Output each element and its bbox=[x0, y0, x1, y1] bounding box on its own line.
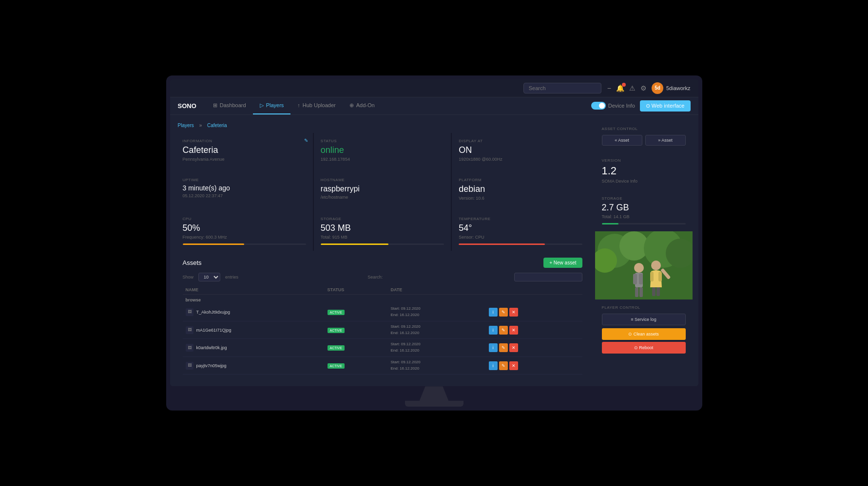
platform-value: debian bbox=[459, 184, 582, 195]
search-input[interactable] bbox=[523, 83, 601, 93]
cpu-value: 50% bbox=[183, 223, 306, 234]
preview-image bbox=[595, 231, 693, 299]
sidebar-item-dashboard[interactable]: ⊞ Dashboard bbox=[206, 97, 253, 114]
table-row: 🖼 payjtv7n05wjpg ACTIVE Start: 09.1 bbox=[183, 356, 582, 374]
assets-controls: Show 10 25 50 entries Search: bbox=[183, 273, 582, 281]
asset-info-button[interactable]: i bbox=[489, 343, 498, 352]
asset-info-button[interactable]: i bbox=[489, 361, 498, 370]
username-label: 5diaworkz bbox=[666, 85, 691, 91]
asset-name-cell: 🖼 T_AkohJt9dxujpg bbox=[183, 303, 325, 321]
asset-file-icon: 🖼 bbox=[186, 344, 193, 352]
asset-start-date: Start: 09.12.2020 bbox=[390, 359, 482, 366]
asset-delete-button[interactable]: ✕ bbox=[509, 326, 518, 335]
cpu-frequency: Frequency: 600.3 MHz bbox=[183, 235, 306, 240]
sidebar-item-players[interactable]: ▷ Players bbox=[253, 97, 291, 114]
search-label: Search: bbox=[367, 275, 383, 280]
sidebar-item-hub-uploader[interactable]: ↑ Hub Uploader bbox=[290, 97, 342, 114]
svg-rect-11 bbox=[639, 287, 643, 297]
prev-asset-button[interactable]: « Asset bbox=[602, 135, 642, 146]
asset-delete-button[interactable]: ✕ bbox=[509, 343, 518, 352]
table-row: 🖼 k0artdwltr0k.jpg ACTIVE Start: 09 bbox=[183, 339, 582, 357]
asset-edit-button[interactable]: ✎ bbox=[499, 343, 508, 352]
minimize-icon[interactable]: − bbox=[607, 84, 611, 92]
uptime-timestamp: 05.12.2020 22:37:47 bbox=[183, 193, 306, 198]
asset-filename: T_AkohJt9dxujpg bbox=[196, 310, 231, 315]
clean-assets-button[interactable]: ⊙ Clean assets bbox=[602, 328, 686, 340]
cards-grid-row2: UPTIME 3 minute(s) ago 05.12.2020 22:37:… bbox=[176, 172, 589, 211]
platform-version: Version: 10.6 bbox=[459, 196, 582, 201]
avatar: 5d bbox=[652, 82, 663, 94]
asset-filename: payjtv7n05wjpg bbox=[196, 363, 227, 368]
asset-actions-cell: i ✎ ✕ bbox=[486, 321, 582, 339]
version-card: VERSION 1.2 SOMA Device Info bbox=[595, 152, 693, 189]
table-row: 🖼 T_AkohJt9dxujpg ACTIVE Start: 09. bbox=[183, 303, 582, 321]
svg-rect-16 bbox=[656, 287, 660, 296]
entries-label: entries bbox=[225, 275, 238, 280]
upload-icon: ↑ bbox=[297, 102, 300, 108]
display-label: DISPLAY AT bbox=[459, 139, 582, 143]
asset-edit-button[interactable]: ✎ bbox=[499, 308, 508, 317]
breadcrumb-parent[interactable]: Players bbox=[178, 123, 194, 128]
status-badge: ACTIVE bbox=[328, 328, 345, 333]
preview-svg bbox=[595, 231, 693, 299]
asset-delete-button[interactable]: ✕ bbox=[509, 308, 518, 317]
device-info-label: Device Info bbox=[608, 103, 635, 109]
user-profile[interactable]: 5d 5diaworkz bbox=[652, 82, 691, 94]
storage-value: 2.7 GB bbox=[602, 203, 686, 213]
status-card: STATUS online 192.168.17854 bbox=[314, 133, 451, 172]
right-panel: ASSET CONTROL « Asset » Asset VERSION 1.… bbox=[595, 121, 693, 381]
asset-name-cell: 🖼 payjtv7n05wjpg bbox=[183, 356, 325, 374]
web-interface-button[interactable]: ⊙ Web interface bbox=[640, 100, 691, 112]
uptime-card: UPTIME 3 minute(s) ago 05.12.2020 22:37:… bbox=[176, 172, 313, 211]
player-control-card: PLAYER CONTROL ≡ Service log ⊙ Clean ass… bbox=[595, 300, 693, 358]
cards-grid-row3: CPU 50% Frequency: 600.3 MHz STORAGE 503… bbox=[176, 211, 589, 251]
asset-edit-button[interactable]: ✎ bbox=[499, 361, 508, 370]
display-resolution: 1920x1880 @60.00Hz bbox=[459, 157, 582, 162]
reboot-button[interactable]: ⊙ Reboot bbox=[602, 342, 686, 354]
sidebar-item-addon[interactable]: ⊕ Add-On bbox=[343, 97, 382, 114]
left-panel: Players » Cafeteria INFORMATION Cafeteri… bbox=[176, 121, 589, 381]
player-control-label: PLAYER CONTROL bbox=[602, 305, 686, 310]
notification-badge bbox=[622, 83, 626, 87]
svg-rect-14 bbox=[658, 272, 662, 281]
uptime-label: UPTIME bbox=[183, 178, 306, 182]
col-date: DATE bbox=[387, 285, 485, 295]
breadcrumb: Players » Cafeteria bbox=[176, 121, 589, 133]
breadcrumb-separator: » bbox=[199, 123, 202, 128]
asset-control-card: ASSET CONTROL « Asset » Asset bbox=[595, 121, 693, 151]
asset-info-button[interactable]: i bbox=[489, 308, 498, 317]
stand-neck bbox=[420, 386, 449, 401]
info-label: INFORMATION bbox=[183, 139, 306, 143]
edit-icon[interactable]: ✎ bbox=[304, 138, 308, 143]
device-info-toggle[interactable] bbox=[591, 102, 606, 110]
stand-base bbox=[405, 401, 463, 407]
asset-actions-cell: i ✎ ✕ bbox=[486, 356, 582, 374]
asset-delete-button[interactable]: ✕ bbox=[509, 361, 518, 370]
asset-info-button[interactable]: i bbox=[489, 326, 498, 335]
asset-start-date: Start: 09.12.2020 bbox=[390, 341, 482, 348]
temperature-card: TEMPERATURE 54° Sensor: CPU bbox=[452, 211, 589, 251]
device-info-button[interactable]: Device Info bbox=[591, 102, 635, 110]
svg-rect-15 bbox=[652, 287, 656, 296]
asset-edit-button[interactable]: ✎ bbox=[499, 326, 508, 335]
temperature-sensor: Sensor: CPU bbox=[459, 235, 582, 240]
service-log-button[interactable]: ≡ Service log bbox=[602, 314, 686, 325]
show-select[interactable]: 10 25 50 bbox=[198, 273, 220, 281]
new-asset-button[interactable]: + New asset bbox=[543, 258, 582, 268]
status-badge: ACTIVE bbox=[328, 345, 345, 351]
next-asset-button[interactable]: » Asset bbox=[645, 135, 686, 146]
svg-rect-13 bbox=[650, 272, 654, 281]
status-badge: ACTIVE bbox=[328, 310, 345, 315]
notifications-icon[interactable]: 🔔 bbox=[616, 84, 624, 92]
table-row: 🖼 mA1Ge61I71Qjpg ACTIVE Start: 09.1 bbox=[183, 321, 582, 339]
display-value: ON bbox=[459, 145, 582, 156]
asset-file-icon: 🖼 bbox=[186, 362, 193, 370]
alert-icon[interactable]: ⚠ bbox=[629, 84, 636, 92]
asset-file-icon: 🖼 bbox=[186, 326, 193, 334]
info-address: Pennsylvania Avenue bbox=[183, 157, 306, 162]
asset-end-date: End: 16.12.2020 bbox=[390, 330, 482, 336]
status-label: STATUS bbox=[321, 139, 444, 143]
asset-name-cell: 🖼 k0artdwltr0k.jpg bbox=[183, 339, 325, 357]
assets-search-input[interactable] bbox=[514, 273, 582, 281]
settings-icon[interactable]: ⚙ bbox=[640, 84, 647, 92]
